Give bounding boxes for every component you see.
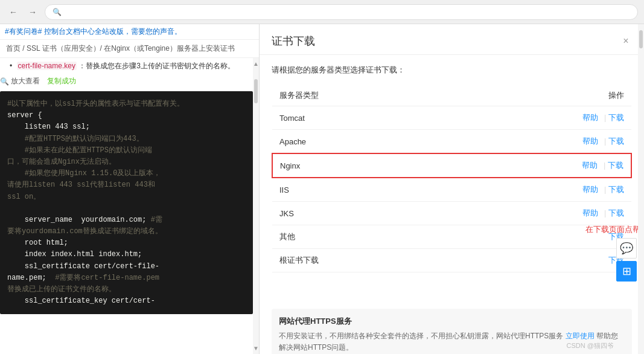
zoom-icon: 🔍 [0, 77, 9, 86]
ops-cell: 帮助 | 下载 [447, 178, 631, 202]
modal-scrollbar [638, 24, 644, 354]
breadcrumb: 首页 / SSL 证书（应用安全）/ 在Nginx（或Tengine）服务器上安… [0, 40, 259, 58]
content-area: #有奖问卷# 控制台文档中心全站改版，需要您的声音。 首页 / SSL 证书（应… [0, 24, 644, 354]
service-link[interactable]: 立即使用 [566, 332, 595, 340]
code-block: #以下属性中，以ssl开头的属性表示与证书配置有关。 server { list… [0, 91, 253, 314]
table-row: JKS 帮助 | 下载 [272, 202, 631, 225]
iis-help-link[interactable]: 帮助 [582, 185, 598, 194]
address-bar[interactable]: 🔍 [45, 4, 638, 20]
search-icon: 🔍 [53, 8, 62, 16]
modal-description: 请根据您的服务器类型选择证书下载： [272, 65, 632, 76]
comment-button[interactable]: 💬 [616, 238, 637, 259]
cert-key-code: cert-file-name.key [17, 62, 77, 70]
notice-link[interactable]: #有奖问卷# 控制台文档中心全站改版，需要您的声音。 [5, 27, 182, 36]
nginx-ops-cell: 帮助 | 下载 [447, 153, 631, 178]
action-row: 🔍 放大查看 复制成功 [0, 74, 253, 89]
jks-help-link[interactable]: 帮助 [582, 208, 598, 217]
apache-download-link[interactable]: 下载 [608, 137, 624, 146]
close-button[interactable]: × [620, 35, 632, 47]
apache-help-link[interactable]: 帮助 [582, 137, 598, 146]
zoom-link[interactable]: 🔍 放大查看 [0, 76, 40, 86]
iis-download-link[interactable]: 下载 [608, 185, 624, 194]
doc-scrollbar: ▲ ▼ [253, 58, 259, 354]
table-row: Tomcat 帮助 | 下载 [272, 106, 631, 130]
col-server-type: 服务器类型 [272, 85, 447, 106]
server-type-label: 其他 [272, 225, 447, 249]
server-type-label: IIS [272, 178, 447, 202]
tomcat-download-link[interactable]: 下载 [608, 113, 624, 122]
bullet-item: cert-file-name.key ：替换成您在步骤3上传的证书密钥文件的名称… [10, 60, 253, 71]
nginx-table-row: Nginx 帮助 | 下载 [272, 153, 631, 178]
copy-success-text: 复制成功 [47, 76, 76, 86]
left-panel: #有奖问卷# 控制台文档中心全站改版，需要您的声音。 首页 / SSL 证书（应… [0, 24, 260, 354]
nginx-download-link[interactable]: 下载 [608, 161, 623, 170]
ops-cell: 帮助 | 下载 [447, 106, 631, 130]
modal-title: 证书下载 [272, 34, 315, 48]
right-panel: 证书下载 × 请根据您的服务器类型选择证书下载： 服务器类型 操作 [260, 24, 644, 354]
ops-cell: 下载 [447, 249, 631, 272]
nginx-help-link[interactable]: 帮助 [582, 161, 598, 170]
annotation-text: 在下载页面点帮助即可看到文档 [585, 224, 644, 235]
ops-cell: 帮助 | 下载 [447, 202, 631, 225]
table-row: IIS 帮助 | 下载 [272, 178, 631, 202]
scrollbar-thumb [639, 30, 643, 48]
cert-table: 服务器类型 操作 Tomcat 帮助 | 下载 [272, 85, 632, 272]
forward-button[interactable]: → [25, 5, 40, 19]
server-type-label: Apache [272, 130, 447, 154]
tomcat-help-link[interactable]: 帮助 [582, 113, 598, 122]
back-button[interactable]: ← [6, 5, 21, 19]
table-row: 其他 下载 [272, 225, 631, 249]
cert-table-wrapper: 服务器类型 操作 Tomcat 帮助 | 下载 [272, 85, 632, 272]
notice-bar: #有奖问卷# 控制台文档中心全站改版，需要您的声音。 [0, 24, 259, 40]
table-row: 根证书下载 下载 [272, 249, 631, 272]
ops-cell: 帮助 | 下载 [447, 130, 631, 154]
col-operations: 操作 [447, 85, 631, 106]
scroll-down-arrow[interactable]: ▼ [253, 345, 259, 352]
doc-scroll-area: cert-file-name.key ：替换成您在步骤3上传的证书密钥文件的名称… [0, 58, 253, 354]
server-type-label: 根证书下载 [272, 249, 447, 272]
watermark: CSDN @猫四爷 [567, 341, 614, 350]
side-actions: 💬 ⊞ [616, 238, 637, 282]
browser-toolbar: ← → 🔍 [0, 0, 644, 24]
modal-body: 请根据您的服务器类型选择证书下载： 服务器类型 操作 Tomca [260, 55, 644, 354]
nginx-server-type-label: Nginx [272, 153, 447, 178]
qr-button[interactable]: ⊞ [616, 261, 637, 282]
modal-header: 证书下载 × [260, 24, 644, 55]
server-type-label: JKS [272, 202, 447, 225]
server-type-label: Tomcat [272, 106, 447, 130]
table-row: Apache 帮助 | 下载 [272, 130, 631, 154]
scroll-up-arrow[interactable]: ▲ [253, 60, 259, 67]
jks-download-link[interactable]: 下载 [608, 208, 624, 217]
service-title: 网站代理HTTPS服务 [279, 316, 625, 327]
